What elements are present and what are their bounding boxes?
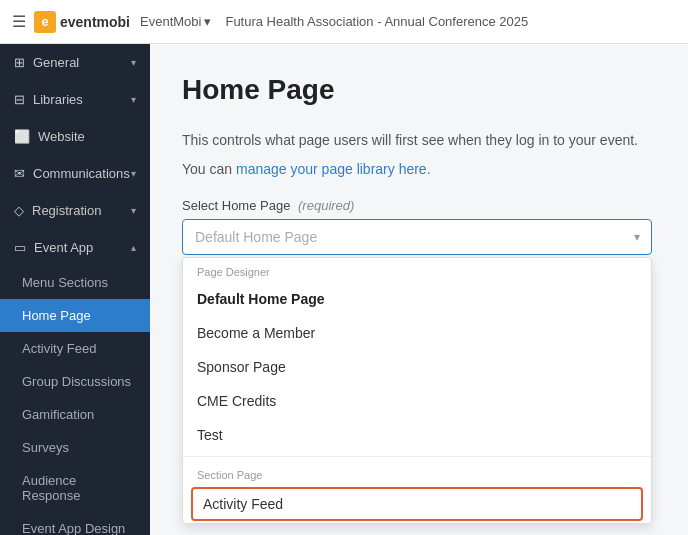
sidebar-item-home-page[interactable]: Home Page	[0, 299, 150, 332]
dropdown-item-label: Default Home Page	[197, 291, 325, 307]
sidebar-label-event-app: Event App	[34, 240, 93, 255]
mobile-icon: ▭	[14, 240, 26, 255]
field-required: (required)	[298, 198, 354, 213]
monitor-icon: ⬜	[14, 129, 30, 144]
sidebar-label-libraries: Libraries	[33, 92, 83, 107]
event-title: Futura Health Association - Annual Confe…	[225, 14, 528, 29]
event-selector[interactable]: EventMobi ▾	[140, 14, 211, 29]
sidebar-item-general[interactable]: ⊞ General ▾	[0, 44, 150, 81]
dropdown-divider	[183, 456, 651, 457]
menu-sections-label: Menu Sections	[22, 275, 108, 290]
dropdown-menu: Page Designer Default Home Page Become a…	[182, 257, 652, 524]
chevron-down-icon: ▾	[131, 205, 136, 216]
surveys-label: Surveys	[22, 440, 69, 455]
main-content: Home Page This controls what page users …	[150, 44, 688, 535]
top-nav: ☰ e eventmobi EventMobi ▾ Futura Health …	[0, 0, 688, 44]
logo: e eventmobi	[34, 11, 130, 33]
layout: ⊞ General ▾ ⊟ Libraries ▾ ⬜ Website ✉ Co…	[0, 44, 688, 535]
link-prefix: You can	[182, 161, 236, 177]
dropdown-item-default-home-page[interactable]: Default Home Page	[183, 282, 651, 316]
dropdown-item-become-member[interactable]: Become a Member	[183, 316, 651, 350]
logo-text: eventmobi	[60, 14, 130, 30]
activity-feed-label: Activity Feed	[22, 341, 96, 356]
sidebar-label-general: General	[33, 55, 79, 70]
dropdown-item-label: Activity Feed	[203, 496, 283, 512]
sidebar-item-event-app-design[interactable]: Event App Design	[0, 512, 150, 535]
sidebar-item-surveys[interactable]: Surveys	[0, 431, 150, 464]
dropdown-group-page-designer: Page Designer	[183, 258, 651, 282]
sidebar-label-registration: Registration	[32, 203, 101, 218]
sidebar-label-communications: Communications	[33, 166, 130, 181]
dropdown-item-sponsor-page[interactable]: Sponsor Page	[183, 350, 651, 384]
home-page-select-wrapper: Default Home Page ▾ Page Designer Defaul…	[182, 219, 652, 255]
dropdown-item-label: Sponsor Page	[197, 359, 286, 375]
dropdown-item-label: CME Credits	[197, 393, 276, 409]
link-text: You can manage your page library here.	[182, 159, 656, 180]
event-label: EventMobi	[140, 14, 201, 29]
event-selector-chevron: ▾	[204, 14, 211, 29]
logo-icon: e	[34, 11, 56, 33]
audience-response-label: Audience Response	[22, 473, 81, 503]
dropdown-item-test[interactable]: Test	[183, 418, 651, 452]
sidebar-item-audience-response[interactable]: Audience Response	[0, 464, 150, 512]
page-title: Home Page	[182, 74, 656, 106]
tag-icon: ◇	[14, 203, 24, 218]
field-label-text: Select Home Page	[182, 198, 290, 213]
sidebar-item-group-discussions[interactable]: Group Discussions	[0, 365, 150, 398]
sidebar-item-activity-feed[interactable]: Activity Feed	[0, 332, 150, 365]
group-discussions-label: Group Discussions	[22, 374, 131, 389]
libraries-icon: ⊟	[14, 92, 25, 107]
hamburger-icon[interactable]: ☰	[12, 12, 26, 31]
gamification-label: Gamification	[22, 407, 94, 422]
grid-icon: ⊞	[14, 55, 25, 70]
dropdown-item-label: Test	[197, 427, 223, 443]
select-placeholder: Default Home Page	[195, 229, 317, 245]
sidebar-label-website: Website	[38, 129, 85, 144]
description-text: This controls what page users will first…	[182, 130, 656, 151]
sidebar: ⊞ General ▾ ⊟ Libraries ▾ ⬜ Website ✉ Co…	[0, 44, 150, 535]
home-page-select[interactable]: Default Home Page	[182, 219, 652, 255]
sidebar-item-gamification[interactable]: Gamification	[0, 398, 150, 431]
sidebar-item-website[interactable]: ⬜ Website	[0, 118, 150, 155]
dropdown-group-section-page: Section Page	[183, 461, 651, 485]
event-app-design-label: Event App Design	[22, 521, 125, 535]
dropdown-item-label: Become a Member	[197, 325, 315, 341]
sidebar-item-registration[interactable]: ◇ Registration ▾	[0, 192, 150, 229]
dropdown-item-activity-feed[interactable]: Activity Feed	[191, 487, 643, 521]
field-label: Select Home Page (required)	[182, 198, 656, 213]
sidebar-item-libraries[interactable]: ⊟ Libraries ▾	[0, 81, 150, 118]
dropdown-item-cme-credits[interactable]: CME Credits	[183, 384, 651, 418]
mail-icon: ✉	[14, 166, 25, 181]
page-library-link[interactable]: manage your page library here.	[236, 161, 431, 177]
chevron-up-icon: ▴	[131, 242, 136, 253]
sidebar-item-menu-sections[interactable]: Menu Sections	[0, 266, 150, 299]
sidebar-item-event-app[interactable]: ▭ Event App ▴	[0, 229, 150, 266]
home-page-label: Home Page	[22, 308, 91, 323]
sidebar-item-communications[interactable]: ✉ Communications ▾	[0, 155, 150, 192]
chevron-down-icon: ▾	[131, 94, 136, 105]
chevron-down-icon: ▾	[131, 168, 136, 179]
chevron-down-icon: ▾	[131, 57, 136, 68]
